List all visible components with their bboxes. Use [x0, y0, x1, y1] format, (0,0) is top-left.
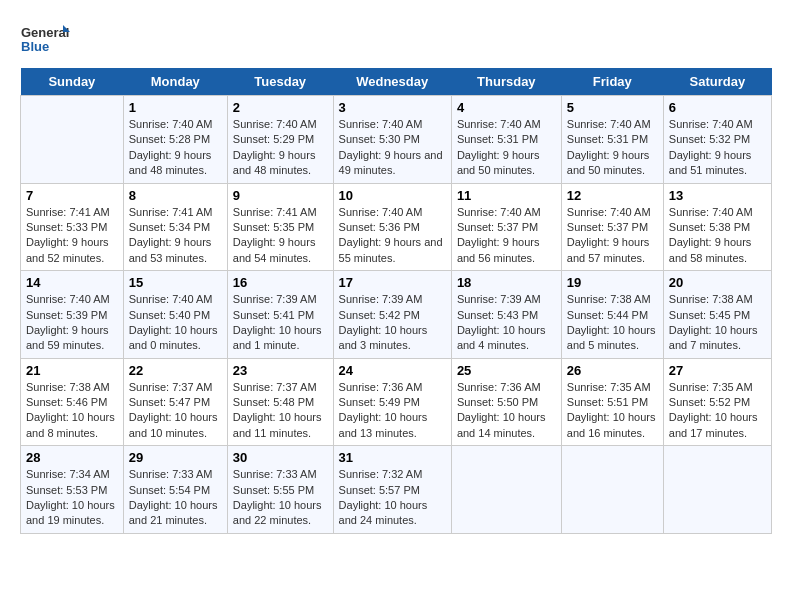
cell-daylight: Daylight: 9 hours and 49 minutes.: [339, 148, 446, 179]
date-number: 20: [669, 275, 766, 290]
date-number: 16: [233, 275, 328, 290]
calendar-cell: [21, 96, 124, 184]
date-number: 24: [339, 363, 446, 378]
calendar-cell: [663, 446, 771, 534]
cell-sunset: Sunset: 5:39 PM: [26, 308, 118, 323]
calendar-cell: [561, 446, 663, 534]
calendar-cell: 27 Sunrise: 7:35 AM Sunset: 5:52 PM Dayl…: [663, 358, 771, 446]
date-number: 27: [669, 363, 766, 378]
week-row-5: 28 Sunrise: 7:34 AM Sunset: 5:53 PM Dayl…: [21, 446, 772, 534]
cell-sunrise: Sunrise: 7:40 AM: [669, 205, 766, 220]
calendar-cell: 3 Sunrise: 7:40 AM Sunset: 5:30 PM Dayli…: [333, 96, 451, 184]
day-header-wednesday: Wednesday: [333, 68, 451, 96]
cell-sunset: Sunset: 5:57 PM: [339, 483, 446, 498]
date-number: 31: [339, 450, 446, 465]
calendar-cell: 7 Sunrise: 7:41 AM Sunset: 5:33 PM Dayli…: [21, 183, 124, 271]
cell-sunset: Sunset: 5:46 PM: [26, 395, 118, 410]
cell-daylight: Daylight: 9 hours and 50 minutes.: [567, 148, 658, 179]
week-row-3: 14 Sunrise: 7:40 AM Sunset: 5:39 PM Dayl…: [21, 271, 772, 359]
cell-daylight: Daylight: 10 hours and 22 minutes.: [233, 498, 328, 529]
cell-daylight: Daylight: 10 hours and 7 minutes.: [669, 323, 766, 354]
cell-sunrise: Sunrise: 7:37 AM: [129, 380, 222, 395]
calendar-cell: 10 Sunrise: 7:40 AM Sunset: 5:36 PM Dayl…: [333, 183, 451, 271]
cell-sunset: Sunset: 5:41 PM: [233, 308, 328, 323]
cell-daylight: Daylight: 9 hours and 48 minutes.: [129, 148, 222, 179]
cell-daylight: Daylight: 10 hours and 10 minutes.: [129, 410, 222, 441]
date-number: 14: [26, 275, 118, 290]
cell-daylight: Daylight: 10 hours and 21 minutes.: [129, 498, 222, 529]
cell-sunset: Sunset: 5:31 PM: [567, 132, 658, 147]
week-row-1: 1 Sunrise: 7:40 AM Sunset: 5:28 PM Dayli…: [21, 96, 772, 184]
day-header-saturday: Saturday: [663, 68, 771, 96]
cell-sunrise: Sunrise: 7:40 AM: [26, 292, 118, 307]
cell-daylight: Daylight: 10 hours and 0 minutes.: [129, 323, 222, 354]
date-number: 30: [233, 450, 328, 465]
date-number: 21: [26, 363, 118, 378]
date-number: 8: [129, 188, 222, 203]
cell-sunrise: Sunrise: 7:40 AM: [457, 117, 556, 132]
cell-daylight: Daylight: 9 hours and 51 minutes.: [669, 148, 766, 179]
calendar-cell: [451, 446, 561, 534]
day-header-sunday: Sunday: [21, 68, 124, 96]
cell-sunset: Sunset: 5:51 PM: [567, 395, 658, 410]
cell-daylight: Daylight: 9 hours and 50 minutes.: [457, 148, 556, 179]
date-number: 13: [669, 188, 766, 203]
day-header-tuesday: Tuesday: [227, 68, 333, 96]
cell-sunrise: Sunrise: 7:40 AM: [339, 117, 446, 132]
cell-daylight: Daylight: 10 hours and 24 minutes.: [339, 498, 446, 529]
calendar-cell: 12 Sunrise: 7:40 AM Sunset: 5:37 PM Dayl…: [561, 183, 663, 271]
cell-sunrise: Sunrise: 7:38 AM: [567, 292, 658, 307]
calendar-cell: 31 Sunrise: 7:32 AM Sunset: 5:57 PM Dayl…: [333, 446, 451, 534]
calendar-cell: 1 Sunrise: 7:40 AM Sunset: 5:28 PM Dayli…: [123, 96, 227, 184]
cell-sunrise: Sunrise: 7:40 AM: [457, 205, 556, 220]
cell-sunrise: Sunrise: 7:40 AM: [339, 205, 446, 220]
cell-sunset: Sunset: 5:29 PM: [233, 132, 328, 147]
cell-daylight: Daylight: 10 hours and 14 minutes.: [457, 410, 556, 441]
cell-sunset: Sunset: 5:33 PM: [26, 220, 118, 235]
cell-daylight: Daylight: 9 hours and 55 minutes.: [339, 235, 446, 266]
date-number: 11: [457, 188, 556, 203]
cell-sunset: Sunset: 5:34 PM: [129, 220, 222, 235]
day-header-monday: Monday: [123, 68, 227, 96]
date-number: 22: [129, 363, 222, 378]
cell-sunset: Sunset: 5:55 PM: [233, 483, 328, 498]
cell-sunset: Sunset: 5:28 PM: [129, 132, 222, 147]
cell-sunset: Sunset: 5:47 PM: [129, 395, 222, 410]
cell-sunrise: Sunrise: 7:36 AM: [339, 380, 446, 395]
cell-sunrise: Sunrise: 7:33 AM: [233, 467, 328, 482]
date-number: 1: [129, 100, 222, 115]
day-header-thursday: Thursday: [451, 68, 561, 96]
cell-sunrise: Sunrise: 7:41 AM: [233, 205, 328, 220]
cell-sunrise: Sunrise: 7:39 AM: [233, 292, 328, 307]
cell-sunrise: Sunrise: 7:41 AM: [129, 205, 222, 220]
cell-sunrise: Sunrise: 7:41 AM: [26, 205, 118, 220]
cell-sunrise: Sunrise: 7:38 AM: [26, 380, 118, 395]
date-number: 29: [129, 450, 222, 465]
date-number: 6: [669, 100, 766, 115]
cell-daylight: Daylight: 9 hours and 59 minutes.: [26, 323, 118, 354]
cell-daylight: Daylight: 9 hours and 48 minutes.: [233, 148, 328, 179]
calendar-cell: 26 Sunrise: 7:35 AM Sunset: 5:51 PM Dayl…: [561, 358, 663, 446]
cell-daylight: Daylight: 10 hours and 1 minute.: [233, 323, 328, 354]
calendar-cell: 9 Sunrise: 7:41 AM Sunset: 5:35 PM Dayli…: [227, 183, 333, 271]
cell-daylight: Daylight: 10 hours and 3 minutes.: [339, 323, 446, 354]
cell-sunrise: Sunrise: 7:34 AM: [26, 467, 118, 482]
cell-sunrise: Sunrise: 7:40 AM: [567, 205, 658, 220]
calendar-cell: 16 Sunrise: 7:39 AM Sunset: 5:41 PM Dayl…: [227, 271, 333, 359]
cell-daylight: Daylight: 10 hours and 8 minutes.: [26, 410, 118, 441]
cell-sunset: Sunset: 5:37 PM: [457, 220, 556, 235]
calendar-cell: 25 Sunrise: 7:36 AM Sunset: 5:50 PM Dayl…: [451, 358, 561, 446]
cell-sunset: Sunset: 5:53 PM: [26, 483, 118, 498]
cell-sunrise: Sunrise: 7:40 AM: [669, 117, 766, 132]
cell-daylight: Daylight: 10 hours and 4 minutes.: [457, 323, 556, 354]
cell-daylight: Daylight: 9 hours and 56 minutes.: [457, 235, 556, 266]
calendar-cell: 19 Sunrise: 7:38 AM Sunset: 5:44 PM Dayl…: [561, 271, 663, 359]
cell-sunset: Sunset: 5:37 PM: [567, 220, 658, 235]
cell-daylight: Daylight: 9 hours and 54 minutes.: [233, 235, 328, 266]
calendar-cell: 5 Sunrise: 7:40 AM Sunset: 5:31 PM Dayli…: [561, 96, 663, 184]
cell-sunset: Sunset: 5:42 PM: [339, 308, 446, 323]
date-number: 7: [26, 188, 118, 203]
cell-sunrise: Sunrise: 7:40 AM: [129, 292, 222, 307]
logo-icon: General Blue: [20, 20, 70, 60]
date-number: 3: [339, 100, 446, 115]
